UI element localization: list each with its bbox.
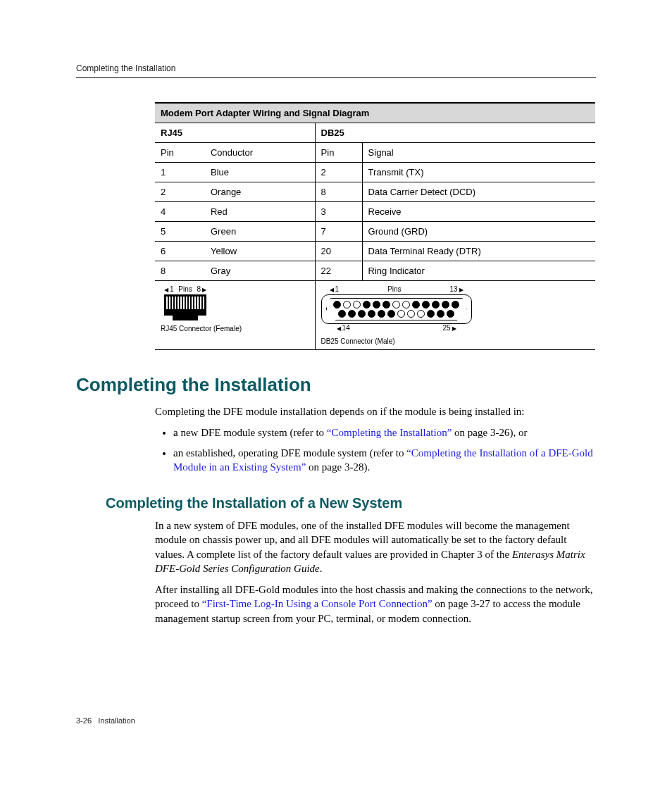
db25-pin1-label: 1	[330, 285, 340, 293]
footer-label: Installation	[98, 716, 135, 725]
rj45-pin8-label: 8	[197, 285, 206, 293]
db25-caption: DB25 Connector (Male)	[321, 337, 590, 345]
pins-label: Pins	[387, 285, 401, 293]
db25-diagram: 1 Pins 13	[315, 281, 595, 350]
list-item: a new DFE module system (refer to “Compl…	[173, 425, 596, 440]
page-footer: 3-26 Installation	[76, 716, 135, 725]
col-conductor: Conductor	[205, 143, 315, 163]
table-row: 4 Red 3 Receive	[155, 202, 595, 222]
db25-pin14-label: 14	[337, 324, 350, 332]
table-row: 8 Gray 22 Ring Indicator	[155, 261, 595, 281]
heading-new-system: Completing the Installation of a New Sys…	[106, 495, 596, 511]
paragraph-new-system-1: In a new system of DFE modules, one of t…	[155, 518, 596, 575]
xref-completing-installation[interactable]: “Completing the Installation”	[327, 427, 452, 438]
pins-label: Pins	[178, 285, 192, 293]
table-row: 6 Yellow 20 Data Terminal Ready (DTR)	[155, 242, 595, 261]
col-signal: Signal	[362, 143, 595, 163]
table-row: 2 Orange 8 Data Carrier Detect (DCD)	[155, 182, 595, 202]
db25-connector-icon	[321, 294, 472, 324]
table-row: 1 Blue 2 Transmit (TX)	[155, 163, 595, 182]
wiring-table: Modem Port Adapter Wiring and Signal Dia…	[155, 102, 595, 350]
paragraph-new-system-2: After installing all DFE-Gold modules in…	[155, 583, 596, 625]
table-row: 5 Green 7 Ground (GRD)	[155, 222, 595, 242]
rj45-diagram: 1 Pins 8 RJ45 Connector (Female)	[155, 281, 315, 350]
db25-header: DB25	[315, 123, 595, 143]
xref-first-time-login[interactable]: “First-Time Log-In Using a Console Port …	[202, 598, 433, 609]
db25-pin25-label: 25	[442, 324, 456, 332]
col-pin-rj45: Pin	[155, 143, 205, 163]
col-pin-db25: Pin	[315, 143, 362, 163]
list-item: an established, operating DFE module sys…	[173, 446, 596, 475]
db25-pin13-label: 13	[449, 285, 463, 293]
page-header: Completing the Installation	[76, 63, 596, 78]
intro-paragraph: Completing the DFE module installation d…	[155, 404, 596, 418]
rj45-caption: RJ45 Connector (Female)	[161, 325, 309, 332]
rj45-pin1-label: 1	[164, 285, 174, 293]
page-number: 3-26	[76, 716, 92, 725]
rj45-header: RJ45	[155, 123, 315, 143]
rj45-connector-icon	[164, 294, 206, 316]
heading-completing-installation: Completing the Installation	[76, 374, 596, 396]
table-title: Modem Port Adapter Wiring and Signal Dia…	[155, 103, 595, 123]
